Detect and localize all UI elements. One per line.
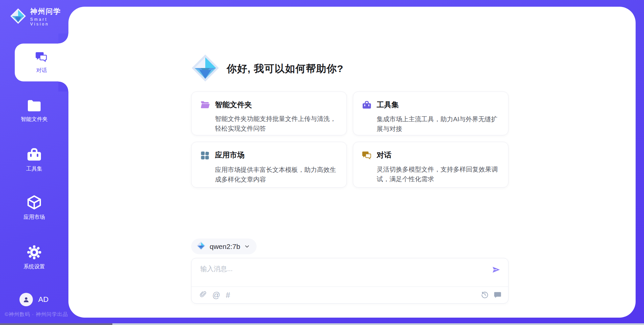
card-title: 智能文件夹 <box>215 100 338 111</box>
sidebar-item-marketplace[interactable]: 应用市场 <box>0 194 68 221</box>
card-description: 智能文件夹功能支持批量文件上传与清洗，轻松实现文件问答 <box>215 114 338 135</box>
card-smart-folder[interactable]: 智能文件夹 智能文件夹功能支持批量文件上传与清洗，轻松实现文件问答 <box>191 91 347 135</box>
chevron-down-icon <box>244 244 250 249</box>
brand-subtitle: Smart Vision <box>30 17 68 26</box>
feature-cards: 智能文件夹 智能文件夹功能支持批量文件上传与清洗，轻松实现文件问答 工具集 集成… <box>191 91 508 188</box>
brand-logo-icon <box>10 8 26 25</box>
card-description: 集成市场上主流工具，助力AI与外界无缝扩展与对接 <box>377 114 500 135</box>
tab-curve-top <box>58 34 68 44</box>
assistant-logo-icon <box>191 54 219 83</box>
chat-icon <box>35 51 48 64</box>
composer-divider <box>192 286 508 287</box>
model-name: qwen2:7b <box>210 243 240 251</box>
greeting-title: 你好, 我可以如何帮助你? <box>227 62 343 76</box>
brand: 神州问学 Smart Vision <box>10 7 68 26</box>
horizontal-scrollbar[interactable] <box>0 323 644 325</box>
chat-bubble-icon[interactable] <box>494 291 501 300</box>
gear-icon <box>0 245 68 260</box>
user-name: AD <box>38 295 49 304</box>
user-account[interactable]: AD <box>19 293 49 306</box>
greeting: 你好, 我可以如何帮助你? <box>191 54 343 83</box>
toolbox-icon <box>0 147 68 162</box>
sidebar: 神州问学 Smart Vision 对话 智能文件夹 <box>0 0 68 325</box>
history-icon[interactable] <box>481 291 489 300</box>
toolbox-icon <box>362 100 377 111</box>
sidebar-item-settings[interactable]: 系统设置 <box>0 245 68 270</box>
sidebar-item-label: 智能文件夹 <box>0 116 68 123</box>
card-description: 应用市场提供丰富长文本模板，助力高效生成多样化文章内容 <box>215 165 338 187</box>
app-grid-icon <box>200 150 215 161</box>
sidebar-item-folders[interactable]: 智能文件夹 <box>0 99 68 123</box>
message-input[interactable] <box>200 264 469 284</box>
card-title: 工具集 <box>377 100 500 111</box>
scrollbar-thumb[interactable] <box>0 323 112 325</box>
sidebar-item-chat[interactable]: 对话 <box>15 44 68 81</box>
copyright-text: ©神州数码 · 神州问学出品 <box>5 311 68 318</box>
sidebar-item-label: 系统设置 <box>0 263 68 270</box>
card-title: 应用市场 <box>215 150 338 161</box>
mention-icon[interactable]: @ <box>212 291 220 299</box>
sidebar-item-label: 工具集 <box>0 166 68 173</box>
cube-icon <box>0 194 68 210</box>
chat-icon <box>362 150 377 161</box>
sidebar-item-label: 应用市场 <box>0 214 68 221</box>
send-icon[interactable] <box>491 265 501 274</box>
model-logo-icon <box>197 241 206 252</box>
folder-open-icon <box>200 100 215 111</box>
folder-icon <box>0 99 68 113</box>
avatar <box>19 293 33 306</box>
tab-curve-bottom <box>58 81 68 91</box>
card-description: 灵活切换多模型文件，支持多样回复效果调试，满足个性化需求 <box>377 165 500 187</box>
model-selector[interactable]: qwen2:7b <box>191 239 257 254</box>
sidebar-item-label: 对话 <box>36 67 47 74</box>
card-app-marketplace[interactable]: 应用市场 应用市场提供丰富长文本模板，助力高效生成多样化文章内容 <box>191 142 347 188</box>
card-toolbox[interactable]: 工具集 集成市场上主流工具，助力AI与外界无缝扩展与对接 <box>353 91 508 135</box>
hashtag-icon[interactable]: # <box>226 291 230 299</box>
card-chat[interactable]: 对话 灵活切换多模型文件，支持多样回复效果调试，满足个性化需求 <box>353 142 508 188</box>
composer: @ # <box>191 258 508 304</box>
attachment-icon[interactable] <box>200 290 207 300</box>
main-panel: 你好, 我可以如何帮助你? 智能文件夹 智能文件夹功能支持批量文件上传与清洗，轻… <box>68 7 636 318</box>
card-title: 对话 <box>377 150 500 161</box>
brand-name: 神州问学 <box>30 7 68 16</box>
sidebar-item-toolbox[interactable]: 工具集 <box>0 147 68 173</box>
